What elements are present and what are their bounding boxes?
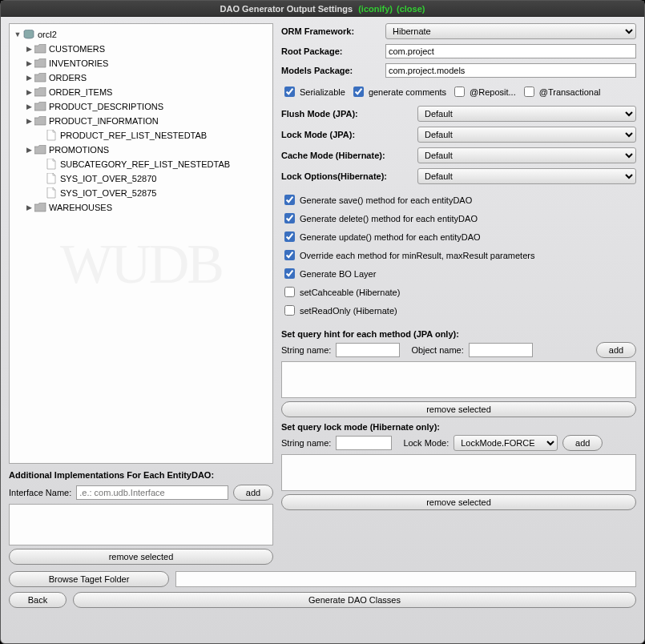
interface-name-input[interactable] xyxy=(76,485,228,500)
tree-label: SUBCATEGORY_REF_LIST_NESTEDTAB xyxy=(60,157,230,171)
folder-icon xyxy=(34,116,46,127)
tree-label: PROMOTIONS xyxy=(49,143,109,157)
flush-mode-label: Flush Mode (JPA): xyxy=(281,109,417,119)
folder-icon xyxy=(34,203,46,213)
tree-label: ORDERS xyxy=(49,70,87,85)
tree-label: orcl2 xyxy=(38,27,57,42)
string-name-label: String name: xyxy=(281,345,331,355)
option-checkbox[interactable]: Generate delete() method for each entity… xyxy=(281,211,636,226)
expand-icon[interactable]: ▶ xyxy=(24,200,34,215)
tree-label: SYS_IOT_OVER_52875 xyxy=(60,186,156,200)
tree-item[interactable]: PRODUCT_REF_LIST_NESTEDTAB xyxy=(13,128,269,143)
models-package-label: Models Package: xyxy=(281,66,385,75)
orm-framework-select[interactable]: Hibernate xyxy=(385,23,636,39)
option-checkbox[interactable]: setCahceable (Hibernate) xyxy=(281,284,636,300)
expand-icon[interactable]: ▶ xyxy=(24,143,34,157)
tree-label: SYS_IOT_OVER_52870 xyxy=(60,171,156,186)
expand-icon[interactable]: ▼ xyxy=(13,27,22,42)
tree-root[interactable]: ▼ orcl2 xyxy=(13,27,269,42)
tree-item[interactable]: SYS_IOT_OVER_52870 xyxy=(13,171,269,186)
orm-framework-label: ORM Framework: xyxy=(281,26,385,36)
folder-icon xyxy=(34,102,46,112)
add-interface-button[interactable]: add xyxy=(233,485,273,501)
generate-button[interactable]: Generate DAO Classes xyxy=(73,592,636,608)
query-hint-object-input[interactable] xyxy=(469,343,533,357)
database-icon xyxy=(22,30,35,40)
interface-list[interactable] xyxy=(9,504,273,545)
titlebar: DAO Generator Output Settings (iconify) … xyxy=(1,1,644,17)
lock-mode-label: Lock Mode: xyxy=(403,438,449,448)
lock-mode-jpa-label: Lock Mode (JPA): xyxy=(281,130,417,139)
watermark: WUDB xyxy=(10,232,272,296)
lock-list[interactable] xyxy=(281,454,636,491)
remove-lock-button[interactable]: remove selected xyxy=(281,494,636,510)
tree-item[interactable]: ▶PROMOTIONS xyxy=(13,143,269,157)
browse-target-button[interactable]: Browse Taget Folder xyxy=(9,571,169,587)
file-icon xyxy=(45,188,58,199)
add-query-hint-button[interactable]: add xyxy=(596,342,636,358)
add-lock-button[interactable]: add xyxy=(562,435,603,451)
tree-item[interactable]: ▶PRODUCT_INFORMATION xyxy=(13,114,269,128)
file-icon xyxy=(45,131,58,141)
tree-item[interactable]: SUBCATEGORY_REF_LIST_NESTEDTAB xyxy=(13,157,269,171)
tree-item[interactable]: ▶WAREHOUSES xyxy=(13,200,269,215)
back-button[interactable]: Back xyxy=(9,592,67,608)
lock-options-hib-select[interactable]: Default xyxy=(417,168,636,184)
lock-string-input[interactable] xyxy=(336,436,392,450)
option-checkbox[interactable]: Override each method for minResult, maxR… xyxy=(281,248,636,263)
generate-comments-checkbox[interactable]: generate comments xyxy=(350,84,446,99)
remove-query-hint-button[interactable]: remove selected xyxy=(281,401,636,417)
lock-string-name-label: String name: xyxy=(281,438,331,448)
query-hint-string-input[interactable] xyxy=(336,343,400,357)
repository-checkbox[interactable]: @Reposit... xyxy=(451,84,516,99)
expand-icon[interactable]: ▶ xyxy=(24,99,34,114)
option-checkbox[interactable]: setReadOnly (Hibernate) xyxy=(281,303,636,318)
query-hint-heading: Set query hint for each method (JPA only… xyxy=(281,329,636,339)
query-hint-list[interactable] xyxy=(281,361,636,398)
folder-icon xyxy=(34,87,46,98)
expand-icon[interactable]: ▶ xyxy=(24,42,34,56)
tree-label: ORDER_ITEMS xyxy=(49,85,112,99)
tree-label: PRODUCT_INFORMATION xyxy=(49,114,159,128)
flush-mode-select[interactable]: Default xyxy=(417,106,636,122)
option-checkbox[interactable]: Generate save() method for each entityDA… xyxy=(281,192,636,207)
folder-icon xyxy=(34,145,46,155)
expand-icon[interactable]: ▶ xyxy=(24,114,34,128)
expand-icon[interactable]: ▶ xyxy=(24,56,34,70)
transactional-checkbox[interactable]: @Transactional xyxy=(521,84,601,99)
query-lock-heading: Set query lock mode (Hibernate only): xyxy=(281,422,636,432)
tree-label: INVENTORIES xyxy=(49,56,108,70)
root-package-label: Root Package: xyxy=(281,46,385,56)
schema-tree[interactable]: WUDB ▼ orcl2 ▶CUSTOMERS▶INVENTORIES▶ORDE… xyxy=(9,23,273,464)
tree-item[interactable]: ▶ORDER_ITEMS xyxy=(13,85,269,99)
lock-mode-select[interactable]: LockMode.FORCE xyxy=(454,435,558,451)
close-button[interactable]: (close) xyxy=(397,4,425,14)
expand-icon[interactable]: ▶ xyxy=(24,85,34,99)
tree-label: PRODUCT_DESCRIPTIONS xyxy=(49,99,163,114)
models-package-input[interactable] xyxy=(385,63,636,78)
tree-item[interactable]: SYS_IOT_OVER_52875 xyxy=(13,186,269,200)
lock-mode-jpa-select[interactable]: Default xyxy=(417,127,636,143)
tree-item[interactable]: ▶ORDERS xyxy=(13,70,269,85)
iconify-button[interactable]: (iconify) xyxy=(358,4,393,14)
target-path-box[interactable] xyxy=(175,571,636,587)
tree-item[interactable]: ▶PRODUCT_DESCRIPTIONS xyxy=(13,99,269,114)
remove-interface-button[interactable]: remove selected xyxy=(9,549,273,565)
object-name-label: Object name: xyxy=(411,345,463,355)
serializable-checkbox[interactable]: Serializable xyxy=(281,84,345,99)
tree-item[interactable]: ▶CUSTOMERS xyxy=(13,42,269,56)
file-icon xyxy=(45,159,58,170)
option-checkbox[interactable]: Generate BO Layer xyxy=(281,266,636,281)
tree-item[interactable]: ▶INVENTORIES xyxy=(13,56,269,70)
cache-mode-label: Cache Mode (Hibernate): xyxy=(281,151,417,160)
lock-options-hib-label: Lock Options(Hibernate): xyxy=(281,171,417,181)
root-package-input[interactable] xyxy=(385,44,636,58)
window-title: DAO Generator Output Settings xyxy=(220,4,353,14)
expand-icon[interactable]: ▶ xyxy=(24,70,34,85)
option-checkbox[interactable]: Generate update() method for each entity… xyxy=(281,229,636,244)
tree-label: WAREHOUSES xyxy=(49,200,112,215)
tree-label: CUSTOMERS xyxy=(49,42,105,56)
cache-mode-select[interactable]: Default xyxy=(417,147,636,163)
interface-name-label: Interface Name: xyxy=(9,488,71,497)
folder-icon xyxy=(34,44,46,54)
